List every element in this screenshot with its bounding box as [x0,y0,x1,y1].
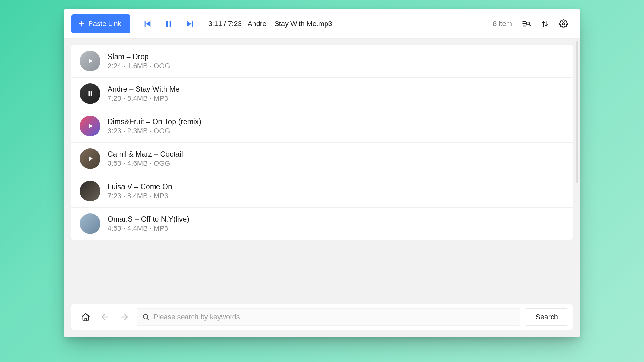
settings-button[interactable] [556,17,571,31]
plus-icon [78,20,85,27]
paste-link-label: Paste Link [88,20,121,28]
pause-icon [165,20,173,28]
sort-icon [541,20,549,28]
top-toolbar: Paste Link 3:11 / 7:23 Andre – Stay With… [64,9,580,39]
track-row[interactable]: Slam – Drop2:24 · 1.6MB · OGG [71,45,573,78]
scrollbar[interactable] [576,41,578,183]
track-thumbnail[interactable] [80,148,100,169]
svg-rect-3 [144,21,145,27]
playback-info: 3:11 / 7:23 Andre – Stay With Me.mp3 [208,20,332,28]
track-thumbnail[interactable] [80,213,100,234]
next-track-button[interactable] [181,14,199,33]
item-count: 8 item [493,20,512,28]
track-text: Luisa V – Come On7:23 · 8.4MB · MP3 [108,182,172,200]
track-text: Camil & Marz – Coctail3:53 · 4.6MB · OGG [108,150,183,168]
track-text: Omar.S – Off to N.Y(live)4:53 · 4.4MB · … [108,215,189,233]
track-meta: 7:23 · 8.4MB · MP3 [108,192,172,200]
home-button[interactable] [79,310,93,324]
paste-link-button[interactable]: Paste Link [71,14,130,33]
track-row[interactable]: Luisa V – Come On7:23 · 8.4MB · MP3 [71,175,573,208]
svg-rect-5 [169,21,171,27]
gear-icon [559,19,568,28]
track-meta: 7:23 · 8.4MB · MP3 [108,94,180,103]
svg-rect-16 [91,91,92,96]
track-row[interactable]: Andre – Stay With Me7:23 · 8.4MB · MP3 [71,78,573,110]
search-input[interactable] [154,313,515,321]
content-area: Slam – Drop2:24 · 1.6MB · OGGAndre – Sta… [64,39,580,337]
track-title: Luisa V – Come On [108,182,172,191]
search-field[interactable] [137,308,520,326]
home-icon [81,312,90,321]
svg-marker-2 [146,21,150,27]
track-thumbnail[interactable] [80,51,100,71]
svg-rect-4 [166,21,168,27]
bottom-bar: Search [71,304,573,330]
arrow-right-icon [120,312,129,321]
track-thumbnail[interactable] [80,181,100,201]
track-row[interactable]: Dims&Fruit – On Top (remix)3:23 · 2.3MB … [71,110,573,143]
track-title: Omar.S – Off to N.Y(live) [108,215,189,224]
skip-back-icon [143,19,152,28]
svg-line-12 [529,24,530,25]
svg-marker-6 [187,21,191,27]
svg-rect-7 [192,21,193,27]
track-row[interactable]: Camil & Marz – Coctail3:53 · 4.6MB · OGG [71,143,573,175]
nav-back-button[interactable] [98,310,112,324]
previous-track-button[interactable] [138,14,157,33]
track-text: Dims&Fruit – On Top (remix)3:23 · 2.3MB … [108,117,201,135]
arrow-left-icon [100,312,109,321]
svg-point-13 [562,23,564,25]
skip-forward-icon [185,19,194,28]
track-thumbnail[interactable] [80,83,100,104]
track-title: Dims&Fruit – On Top (remix) [108,117,201,126]
svg-marker-17 [89,124,93,129]
sort-button[interactable] [538,17,552,31]
track-meta: 3:53 · 4.6MB · OGG [108,159,183,168]
list-search-icon [522,19,531,28]
playback-time: 3:11 / 7:23 [208,20,242,28]
track-title: Slam – Drop [108,52,170,61]
track-text: Andre – Stay With Me7:23 · 8.4MB · MP3 [108,85,180,103]
track-list[interactable]: Slam – Drop2:24 · 1.6MB · OGGAndre – Sta… [71,45,573,240]
track-meta: 2:24 · 1.6MB · OGG [108,62,170,70]
svg-marker-14 [89,59,93,64]
nav-forward-button[interactable] [117,310,131,324]
svg-rect-15 [89,91,90,96]
play-pause-button[interactable] [159,14,178,33]
track-meta: 3:23 · 2.3MB · OGG [108,127,201,135]
search-icon [142,313,150,321]
track-row[interactable]: Omar.S – Off to N.Y(live)4:53 · 4.4MB · … [71,208,573,240]
track-text: Slam – Drop2:24 · 1.6MB · OGG [108,52,170,70]
app-window: Paste Link 3:11 / 7:23 Andre – Stay With… [64,9,580,337]
svg-marker-18 [89,156,93,161]
search-button[interactable]: Search [526,308,568,326]
track-title: Camil & Marz – Coctail [108,150,183,159]
search-list-button[interactable] [519,17,533,31]
track-title: Andre – Stay With Me [108,85,180,94]
now-playing-title: Andre – Stay With Me.mp3 [248,20,332,28]
svg-line-22 [147,318,149,320]
track-thumbnail[interactable] [80,116,100,136]
track-meta: 4:53 · 4.4MB · MP3 [108,224,189,233]
